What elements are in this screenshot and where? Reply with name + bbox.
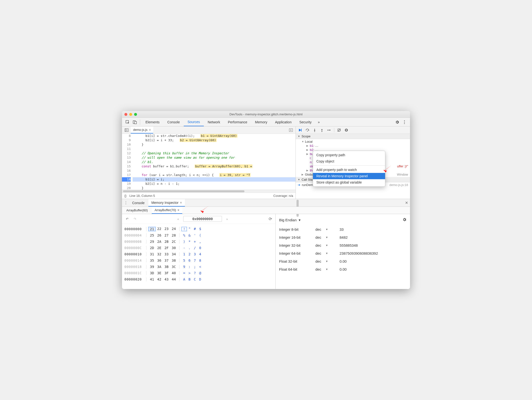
mi-tab-arraybuffer-60[interactable]: ArrayBuffer(60) [123,207,151,214]
close-icon[interactable]: × [177,208,179,212]
hex-ascii-char[interactable]: ) [182,240,187,244]
settings-gear-icon[interactable] [394,119,401,126]
hex-byte[interactable]: 21 [148,227,156,231]
code-editor[interactable]: 891011121314151617 18 192021 b1[i] = str… [122,134,296,190]
tab-application[interactable]: Application [271,118,296,126]
hex-ascii-char[interactable]: 8 [198,259,203,262]
hex-ascii-char[interactable]: ( [198,233,203,237]
hex-byte[interactable]: 35 [148,259,156,262]
scope-local-header[interactable]: ▼Local [298,140,410,144]
prev-page-icon[interactable]: ‹ [175,217,181,221]
hex-ascii-char[interactable]: , [198,240,203,244]
navigator-toggle-icon[interactable] [123,127,130,133]
redo-icon[interactable]: ↷ [132,217,137,221]
hex-byte[interactable]: 3F [163,271,170,275]
hex-ascii-char[interactable]: $ [198,227,203,231]
inspect-element-icon[interactable] [124,119,131,126]
step-into-icon[interactable] [312,128,317,133]
hex-byte[interactable]: 43 [163,277,170,281]
hex-ascii-char[interactable]: = [182,271,187,275]
hex-row[interactable]: 0000002041424344ABCD [124,276,273,282]
address-input[interactable] [183,216,222,222]
ctx-reveal-memory-inspector[interactable]: Reveal in Memory Inspector panel [313,173,385,179]
format-select[interactable]: dec▼ [315,243,340,247]
hex-byte[interactable]: 23 [163,227,170,231]
hex-byte[interactable]: 28 [170,233,177,237]
tab-sources[interactable]: Sources [184,118,204,126]
hex-row[interactable]: 0000000021222324!"#$ [124,226,273,232]
ctx-copy-object[interactable]: Copy object [313,158,385,164]
ctx-store-global[interactable]: Store object as global variable [313,179,385,185]
hex-ascii-char[interactable]: > [187,271,192,275]
hex-byte[interactable]: 2C [170,240,177,244]
hex-byte[interactable]: 44 [170,277,177,281]
minimize-window-button[interactable] [129,113,132,116]
format-select[interactable]: dec▼ [315,259,340,263]
hex-byte[interactable]: 42 [156,277,163,281]
hex-ascii-char[interactable]: 9 [182,265,187,269]
tab-security[interactable]: Security [296,118,316,126]
format-select[interactable]: dec▼ [315,235,340,239]
hex-ascii-char[interactable]: % [182,233,187,237]
hex-byte[interactable]: 26 [156,233,163,237]
hex-ascii-char[interactable]: C [192,277,198,281]
hex-ascii-char[interactable]: : [187,265,192,269]
hex-ascii-char[interactable]: ' [192,233,198,237]
hex-byte[interactable]: 22 [156,227,163,231]
kebab-menu-icon[interactable] [401,119,408,126]
drawer-close-icon[interactable]: × [404,200,409,206]
hex-ascii-char[interactable]: ! [182,227,187,231]
hex-byte[interactable]: 2F [163,246,170,250]
pause-on-exceptions-icon[interactable] [344,128,349,133]
hex-byte[interactable]: 25 [148,233,156,237]
tab-elements[interactable]: Elements [142,118,163,126]
hex-ascii-char[interactable]: & [187,233,192,237]
format-select[interactable]: dec▼ [315,267,340,271]
resume-icon[interactable] [298,128,303,133]
hex-byte[interactable]: 3E [156,271,163,275]
format-select[interactable]: dec▼ [315,227,340,231]
tabs-overflow-button[interactable]: » [315,118,322,126]
step-icon[interactable] [327,128,332,133]
hex-byte[interactable]: 2D [148,246,156,250]
deactivate-breakpoints-icon[interactable] [337,128,342,133]
endian-select[interactable]: Big Endian ▾ [279,218,301,222]
hex-ascii-char[interactable]: < [198,265,203,269]
hex-byte[interactable]: 41 [148,277,156,281]
scope-header[interactable]: ▼Scope [296,134,410,139]
drawer-tab-memory-inspector[interactable]: Memory Inspector × [148,199,185,207]
close-window-button[interactable] [124,113,127,116]
braces-icon[interactable]: {} [124,194,127,198]
hex-byte[interactable]: 33 [163,252,170,256]
close-icon[interactable]: × [149,128,151,132]
hex-ascii-char[interactable]: 7 [192,259,198,262]
hex-ascii-char[interactable]: # [192,227,198,231]
hex-byte[interactable]: 34 [170,252,177,256]
hex-row[interactable]: 00000008292A2B2C)*+, [124,238,273,245]
scope-var-b1[interactable]: ▶b1: … [298,144,410,148]
hex-byte[interactable]: 32 [156,252,163,256]
tab-console[interactable]: Console [163,118,183,126]
hex-row[interactable]: 00000018393A3B3C9:;< [124,264,273,270]
hex-ascii-char[interactable]: ? [192,271,198,275]
device-toolbar-icon[interactable] [131,119,138,126]
hex-byte[interactable]: 24 [170,227,177,231]
hex-ascii-char[interactable]: 3 [192,252,198,256]
file-tab-demo-js[interactable]: demo-js.js × [131,126,153,133]
format-select[interactable]: dec▼ [315,251,340,255]
hex-ascii-char[interactable]: * [187,240,192,244]
hex-ascii-char[interactable]: 6 [187,259,192,262]
hex-ascii-char[interactable]: / [192,246,198,250]
step-out-icon[interactable] [319,128,324,133]
hex-ascii-char[interactable]: + [192,240,198,244]
drawer-tab-console[interactable]: Console [129,199,147,207]
ctx-add-watch[interactable]: Add property path to watch [313,167,385,173]
hex-table[interactable]: 0000000021222324!"#$0000000425262728%&'(… [122,224,275,284]
zoom-window-button[interactable] [134,113,137,116]
drawer-menu-icon[interactable]: ⋮ [123,200,128,205]
hex-byte[interactable]: 3A [156,265,163,269]
hex-byte[interactable]: 40 [170,271,177,275]
hex-ascii-char[interactable]: 2 [187,252,192,256]
hex-byte[interactable]: 39 [148,265,156,269]
hex-byte[interactable]: 29 [148,240,156,244]
